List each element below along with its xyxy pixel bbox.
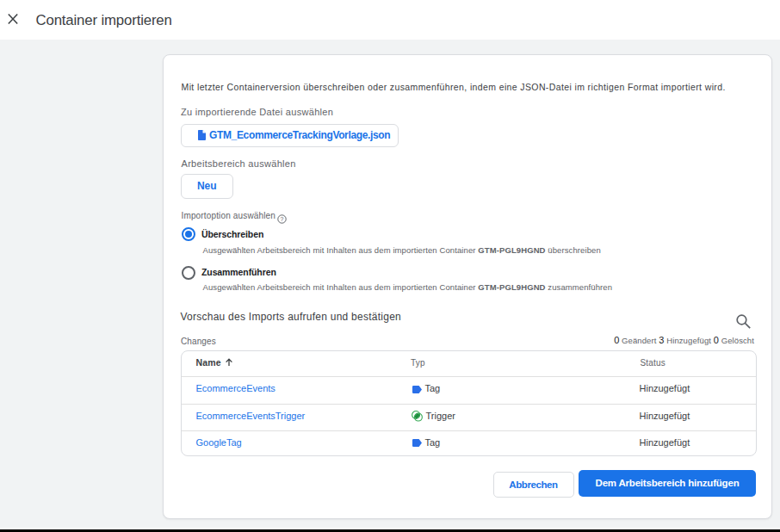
svg-text:?: ? — [281, 215, 284, 221]
